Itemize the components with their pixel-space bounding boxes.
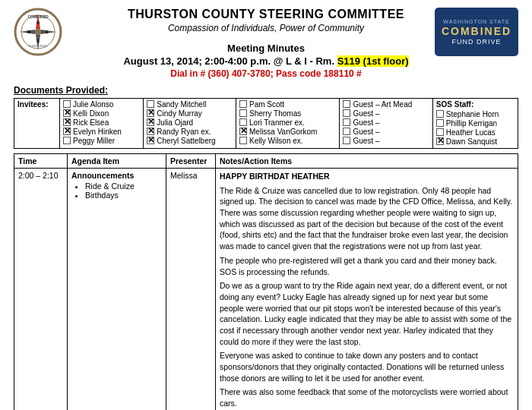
checkbox-checked <box>147 109 154 117</box>
list-item: Lori Tranmer ex. <box>239 118 336 127</box>
checkbox <box>147 100 154 108</box>
checkbox <box>239 118 247 126</box>
checkbox <box>436 119 444 127</box>
wa-state-label: WASHINGTON STATE <box>443 19 509 24</box>
combined-label: COMBINED <box>442 26 511 36</box>
main-title: THURSTON COUNTY STEERING COMMITTEE <box>128 8 404 21</box>
checkbox-checked <box>63 128 71 135</box>
checkbox <box>239 109 247 117</box>
col-header-notes: Notes/Action Items <box>216 154 518 169</box>
list-item: Stephanie Horn <box>436 110 515 118</box>
time-cell: 2:00 – 2:10 <box>14 169 68 411</box>
invitees-table: Invitees: Julie Alonso Kelli Dixon Rick … <box>14 98 518 149</box>
list-item: Phillip Kerrigan <box>436 119 515 128</box>
checkbox <box>343 118 350 126</box>
svg-text:FUND DRIVE: FUND DRIVE <box>29 44 48 48</box>
agenda-table: Time Agenda Item Presenter Notes/Action … <box>14 153 518 410</box>
list-item: Rick Elsea <box>63 118 140 127</box>
checkbox <box>436 110 444 118</box>
sos-staff-label: SOS Staff: <box>436 100 515 109</box>
invitees-label: Invitees: <box>14 99 60 149</box>
list-item: Peggy Miller <box>63 137 140 145</box>
list-item: Julie Alonso <box>63 100 140 109</box>
agenda-item-title: Announcements <box>71 171 162 180</box>
note-para-1: The Ride & Cruize was cancelled due to l… <box>220 185 514 252</box>
table-row: 2:00 – 2:10 Announcements Ride & Cruize … <box>14 169 518 411</box>
meeting-date-text: August 13, 2014; 2:00-4:00 p.m. @ L & I … <box>123 55 334 67</box>
svg-text:W: W <box>27 30 31 34</box>
col-header-agenda: Agenda Item <box>68 154 166 169</box>
sub-title: Compassion of Individuals, Power of Comm… <box>128 23 404 33</box>
checkbox-checked <box>147 128 154 135</box>
invitees-col-5: SOS Staff: Stephanie Horn Phillip Kerrig… <box>432 99 518 149</box>
list-item: Evelyn Hinken <box>63 128 140 136</box>
list-item: Ride & Cruize <box>85 181 162 191</box>
checkbox <box>239 137 247 144</box>
svg-text:COMBINED: COMBINED <box>27 14 49 19</box>
note-para-4: Everyone was asked to continue to take d… <box>220 350 514 383</box>
list-item: Guest – <box>343 118 429 127</box>
list-item: Guest – Art Mead <box>343 100 429 109</box>
checkbox-checked <box>147 137 154 144</box>
list-item: Cindy Murray <box>147 109 233 118</box>
invitees-col-2: Sandy Mitchell Cindy Murray Julia Ojard … <box>144 99 236 149</box>
checkbox <box>436 128 444 136</box>
list-item: Sherry Thomas <box>239 109 336 118</box>
checkbox <box>343 137 350 144</box>
checkbox-checked <box>239 128 247 135</box>
presenter-cell: Melissa <box>166 169 216 411</box>
list-item: Cheryl Sattelberg <box>147 137 233 145</box>
header-center: THURSTON COUNTY STEERING COMMITTEE Compa… <box>128 8 404 39</box>
list-item: Heather Lucas <box>436 128 515 137</box>
list-item: Kelli Dixon <box>63 109 140 118</box>
notes-cell: HAPPY BIRTHDAT HEATHER The Ride & Cruize… <box>216 169 518 411</box>
svg-text:N: N <box>36 20 40 25</box>
checkbox-checked <box>436 137 444 145</box>
checkbox <box>343 100 350 108</box>
checkbox <box>63 137 71 144</box>
page: COMBINED FUND DRIVE N S W E WASHINGTON S… <box>0 0 532 410</box>
list-item: Randy Ryan ex. <box>147 128 233 136</box>
list-item: Birthdays <box>85 191 162 200</box>
agenda-cell: Announcements Ride & Cruize Birthdays <box>68 169 166 411</box>
fund-drive-label: FUND DRIVE <box>451 38 501 46</box>
checkbox <box>343 128 350 135</box>
note-para-2: The people who pre-registered will get a… <box>220 255 514 277</box>
svg-point-6 <box>35 29 41 35</box>
birthday-note: HAPPY BIRTHDAT HEATHER <box>220 171 514 182</box>
header: COMBINED FUND DRIVE N S W E WASHINGTON S… <box>14 8 518 39</box>
invitees-col-3: Pam Scott Sherry Thomas Lori Tranmer ex.… <box>236 99 340 149</box>
time-value: 2:00 – 2:10 <box>18 171 59 180</box>
list-item: Guest – <box>343 128 429 136</box>
col-header-presenter: Presenter <box>166 154 216 169</box>
docs-title: Documents Provided: <box>14 85 518 96</box>
col-header-time: Time <box>14 154 68 169</box>
checkbox-checked <box>63 109 71 117</box>
checkbox <box>343 109 350 117</box>
invitees-col-4: Guest – Art Mead Guest – Guest – Guest –… <box>340 99 432 149</box>
checkbox <box>239 100 247 108</box>
agenda-bullets: Ride & Cruize Birthdays <box>85 181 162 200</box>
compass-logo: COMBINED FUND DRIVE N S W E <box>14 8 62 56</box>
note-para-3: Do we as a group want to try the Ride ag… <box>220 280 514 347</box>
checkbox <box>63 100 71 108</box>
invitees-col-1: Julie Alonso Kelli Dixon Rick Elsea Evel… <box>60 99 144 149</box>
logo-left: COMBINED FUND DRIVE N S W E <box>14 8 62 58</box>
note-para-5: There was also some feedback that some o… <box>220 386 514 408</box>
room-highlight: S119 (1st floor) <box>337 55 409 67</box>
list-item: Kelly Wilson ex. <box>239 137 336 145</box>
list-item: Melissa VanGorkom <box>239 128 336 136</box>
presenter-name: Melissa <box>170 171 198 180</box>
logo-right: WASHINGTON STATE COMBINED FUND DRIVE <box>435 8 518 56</box>
dial-in: Dial in # (360) 407-3780; Pass code 1881… <box>14 68 518 79</box>
list-item: Pam Scott <box>239 100 336 109</box>
list-item: Guest – <box>343 109 429 118</box>
list-item: Dawn Sanquist <box>436 137 515 146</box>
list-item: Guest – <box>343 137 429 145</box>
list-item: Julia Ojard <box>147 118 233 127</box>
meeting-date: August 13, 2014; 2:00-4:00 p.m. @ L & I … <box>14 55 518 67</box>
checkbox-checked <box>147 118 154 126</box>
checkbox-checked <box>63 118 71 126</box>
list-item: Sandy Mitchell <box>147 100 233 109</box>
